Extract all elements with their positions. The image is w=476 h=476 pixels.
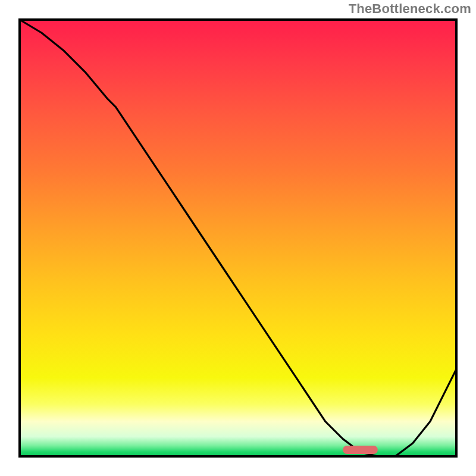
svg-rect-0 <box>20 20 456 456</box>
chart-canvas <box>0 0 476 476</box>
bottleneck-chart: TheBottleneck.com <box>0 0 476 476</box>
watermark-label: TheBottleneck.com <box>349 1 471 17</box>
optimal-range-marker <box>343 446 378 454</box>
